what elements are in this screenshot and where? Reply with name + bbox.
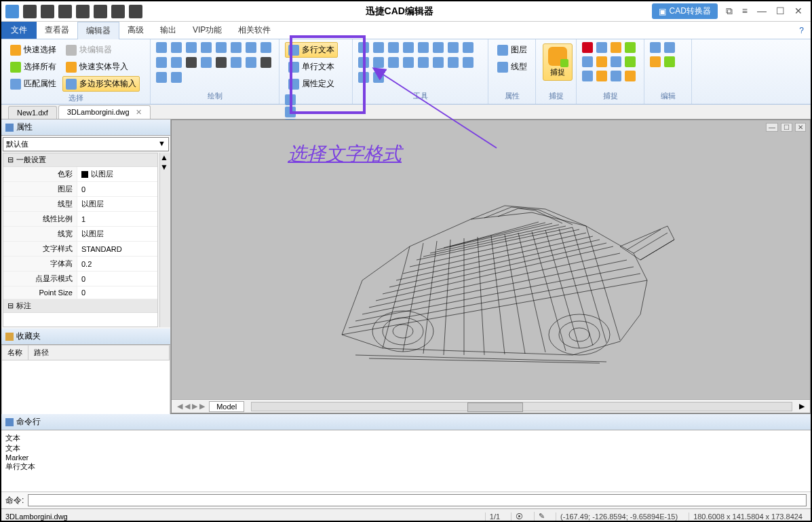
prop-row-textheight[interactable]: 字体高0.2 (3, 257, 157, 272)
select-all-button[interactable]: 选择所有 (7, 59, 60, 75)
help-icon[interactable]: ? (799, 26, 811, 35)
model-tab[interactable]: Model (209, 401, 244, 412)
chamfer-icon[interactable] (463, 42, 473, 53)
scissors-icon[interactable] (664, 42, 675, 53)
fav-col-name[interactable]: 名称 (2, 346, 28, 360)
undo-icon[interactable] (111, 5, 125, 18)
rect-icon[interactable] (186, 42, 197, 53)
hatch-icon[interactable] (231, 57, 241, 68)
point-icon[interactable] (186, 57, 197, 68)
multiline-text-button[interactable]: 多行文本 (285, 42, 338, 58)
tab-viewer[interactable]: 查看器 (37, 22, 77, 39)
ellipse-icon[interactable] (156, 57, 167, 68)
offset-icon[interactable] (403, 57, 414, 68)
annotation-section[interactable]: ⊟ 标注 (3, 299, 157, 313)
break-icon[interactable] (463, 57, 473, 68)
block-insert-icon[interactable] (171, 72, 182, 83)
snap-center-icon[interactable] (611, 42, 621, 53)
export-icon[interactable] (76, 5, 90, 18)
table-icon[interactable] (156, 72, 167, 83)
mirror-icon[interactable] (433, 42, 444, 53)
capture-button[interactable]: 捕捉 (543, 43, 573, 81)
block-editor-button[interactable]: 块编辑器 (62, 42, 140, 58)
open-icon[interactable] (41, 5, 54, 18)
arc-icon[interactable] (246, 42, 256, 53)
maximize-icon[interactable]: ☐ (776, 5, 785, 17)
fillet-icon[interactable] (448, 42, 459, 53)
tab-advanced[interactable]: 高级 (119, 22, 152, 39)
explode-icon[interactable] (433, 57, 444, 68)
quick-select-button[interactable]: 快速选择 (7, 42, 60, 58)
command-input[interactable] (28, 494, 807, 506)
tab-editor[interactable]: 编辑器 (77, 22, 119, 39)
polygon-tool-icon[interactable] (201, 42, 212, 53)
move-icon[interactable] (358, 42, 369, 53)
tab-nav-arrows[interactable]: ◀ ◀ ▶ ▶ (177, 402, 205, 411)
doc-tab-lamborgini[interactable]: 3DLamborgini.dwg ✕ (58, 105, 151, 119)
region-icon[interactable] (246, 57, 256, 68)
doc-tab-new1[interactable]: New1.dxf (8, 106, 57, 119)
extend-icon[interactable] (373, 72, 384, 83)
prop-row-pointsize[interactable]: Point Size0 (3, 286, 157, 299)
new-icon[interactable] (23, 5, 37, 18)
layer-button[interactable]: 图层 (494, 42, 530, 58)
circle-icon[interactable] (260, 42, 271, 53)
default-dropdown[interactable]: 默认值▼ (3, 137, 169, 151)
save-icon[interactable] (58, 5, 72, 18)
prop-row-textstyle[interactable]: 文字样式STANDARD (3, 242, 157, 257)
horizontal-scrollbar[interactable] (251, 402, 792, 411)
general-section[interactable]: ⊟ 一般设置 (3, 153, 157, 167)
scroll-right-icon[interactable]: ▶ (799, 402, 805, 411)
print-icon[interactable] (94, 5, 107, 18)
snap-par-icon[interactable] (625, 71, 636, 81)
clipboard-icon[interactable] (650, 56, 661, 67)
attr-def-button[interactable]: 属性定义 (285, 76, 338, 92)
ellipse-arc-icon[interactable] (171, 57, 182, 68)
snap-quad-icon[interactable] (582, 56, 593, 67)
prop-icon[interactable] (650, 42, 661, 53)
restore-icon[interactable]: ⧉ (726, 5, 733, 17)
fav-col-path[interactable]: 路径 (28, 346, 170, 360)
command-log[interactable]: 文本 文本 Marker 单行文本 (1, 430, 811, 492)
status-icon1[interactable]: ⦿ (511, 512, 527, 521)
app-icon[interactable] (5, 5, 19, 18)
vp-close-icon[interactable]: ✕ (795, 123, 806, 132)
scale-icon[interactable] (373, 57, 384, 68)
ray-icon[interactable] (201, 57, 212, 68)
close-icon[interactable]: ✕ (794, 5, 803, 17)
cloud-icon[interactable] (231, 42, 241, 53)
cad-converter-button[interactable]: ▣ CAD转换器 (652, 3, 717, 19)
spline-icon[interactable] (216, 42, 227, 53)
tab-close-icon[interactable]: ✕ (136, 108, 142, 116)
align-icon[interactable] (448, 57, 459, 68)
text-style-icon[interactable] (285, 94, 296, 105)
line-icon[interactable] (156, 42, 167, 53)
rotate-icon[interactable] (373, 42, 384, 53)
prop-row-linetype[interactable]: 线型以图层 (3, 197, 157, 212)
tab-output[interactable]: 输出 (152, 22, 185, 39)
snap-node-icon[interactable] (625, 42, 636, 53)
snap-tan-icon[interactable] (596, 71, 607, 81)
scrollbar[interactable]: ▲▼ (159, 153, 170, 327)
copy-icon[interactable] (418, 42, 429, 53)
vp-min-icon[interactable]: — (766, 123, 778, 132)
snap-mid-icon[interactable] (596, 42, 607, 53)
snap-near-icon[interactable] (611, 71, 621, 81)
minimize-icon[interactable]: — (757, 5, 767, 17)
join-icon[interactable] (358, 72, 369, 83)
prop-row-color[interactable]: 色彩以图层 (3, 167, 157, 182)
file-menu[interactable]: 文件 (1, 22, 37, 39)
polygon-entity-input-button[interactable]: 多边形实体输入 (62, 76, 140, 92)
prop-row-lineweight[interactable]: 线宽以图层 (3, 227, 157, 242)
trim-icon[interactable] (388, 42, 399, 53)
polyline-icon[interactable] (171, 42, 182, 53)
snap-int-icon[interactable] (596, 56, 607, 67)
favorites-list[interactable] (1, 360, 170, 415)
tab-related[interactable]: 相关软件 (230, 22, 279, 39)
status-icon2[interactable]: ✎ (534, 512, 549, 521)
viewport[interactable]: — ☐ ✕ (171, 119, 811, 413)
menu-icon[interactable]: ≡ (742, 5, 748, 17)
vp-max-icon[interactable]: ☐ (781, 123, 792, 132)
paste-icon[interactable] (664, 56, 675, 67)
boundary-icon[interactable] (260, 57, 271, 68)
